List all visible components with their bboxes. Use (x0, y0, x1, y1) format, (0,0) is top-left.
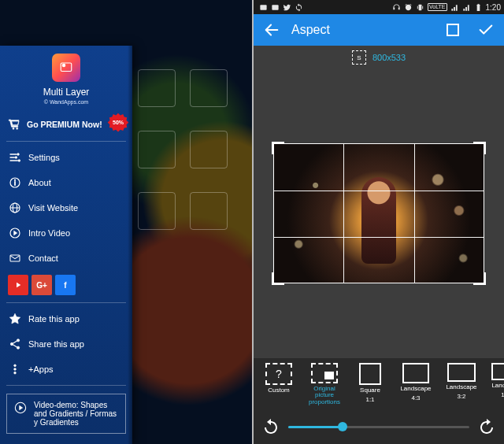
aspect-land169[interactable]: Landscape16:9 (488, 363, 504, 406)
drawer-item-intro-video[interactable]: Intro Video (0, 220, 132, 246)
drawer-item-label: Settings (28, 153, 60, 162)
svg-point-29 (14, 372, 17, 374)
facebook-button[interactable]: f (55, 275, 76, 295)
signal-icon-2 (462, 3, 471, 12)
aspect-box-icon (359, 363, 381, 385)
drawer-item-label: Contact (28, 253, 58, 263)
drawer-item-label: +Apps (28, 364, 54, 374)
svg-marker-20 (14, 231, 17, 235)
aspect-original[interactable]: Original picture proportions (306, 363, 343, 406)
svg-marker-31 (20, 405, 23, 409)
aspect-land43[interactable]: Landscape4:3 (397, 363, 435, 406)
drawer-item-label: Share this app (28, 339, 84, 349)
status-time: 1:20 (486, 3, 501, 12)
svg-point-28 (14, 368, 17, 371)
aspect-label: Landscape (400, 386, 431, 393)
divider (6, 141, 126, 142)
globe-icon (8, 201, 22, 215)
drawer-item-label: Intro Video (28, 228, 70, 238)
info-icon (8, 176, 22, 190)
drawer-item-label: About (28, 178, 51, 187)
twitter-icon (283, 3, 291, 12)
drawer-item-visit-website[interactable]: Visit Website (0, 195, 132, 220)
video-demo-label: Video-demo: Shapes and Gradients / Forma… (34, 401, 119, 427)
share-icon (8, 337, 22, 351)
aspect-square[interactable]: Square1:1 (351, 363, 389, 406)
svg-point-11 (17, 154, 20, 156)
divider (6, 302, 126, 303)
drawer-item-label: Rate this app (28, 314, 80, 324)
aspect-custom[interactable]: ?Custom (260, 363, 298, 406)
alarm-icon (404, 3, 413, 12)
back-button[interactable] (258, 17, 285, 43)
googleplus-button[interactable]: G+ (32, 275, 52, 295)
crop-handle-br[interactable] (473, 272, 486, 285)
more-icon (8, 362, 22, 376)
app-copyright: © WandApps.com (44, 99, 88, 105)
app-bar: Aspect (254, 14, 504, 46)
drawer-item-about[interactable]: About (0, 170, 132, 195)
rotate-ccw-button[interactable] (261, 417, 280, 436)
aspect-box-icon (447, 363, 476, 382)
aspect-sub: 1:1 (365, 396, 374, 403)
crop-handle-tl[interactable] (272, 142, 284, 154)
play-circle-icon (8, 226, 22, 240)
go-premium-button[interactable]: Go PREMIUM Now! 50% (0, 111, 132, 138)
rotate-slider[interactable] (288, 426, 469, 428)
drawer-item-share-this-app[interactable]: Share this app (0, 331, 132, 357)
gallery-icon (259, 3, 268, 12)
svg-point-7 (62, 64, 66, 68)
cart-icon (6, 117, 22, 132)
svg-rect-38 (477, 3, 479, 4)
svg-point-13 (18, 160, 20, 162)
signal-icon (450, 3, 459, 12)
drawer-item--apps[interactable]: +Apps (0, 357, 132, 382)
crop-handle-bl[interactable] (272, 272, 284, 285)
canvas-area[interactable] (254, 69, 504, 358)
status-bar: VoLTE 1:20 (254, 0, 504, 14)
svg-point-12 (15, 157, 17, 159)
aspect-label: Square (360, 387, 380, 394)
dimensions-row: S 800x533 (254, 46, 504, 69)
headphones-icon (392, 3, 401, 12)
drawer-item-contact[interactable]: Contact (0, 246, 132, 271)
aspect-box-icon (402, 363, 429, 383)
drawer-item-settings[interactable]: Settings (0, 145, 132, 170)
svg-point-27 (14, 364, 17, 367)
app-logo-icon (52, 54, 80, 82)
rotate-cw-button[interactable] (477, 417, 496, 436)
drawer-item-rate-this-app[interactable]: Rate this app (0, 306, 132, 331)
crop-handle-tr[interactable] (473, 142, 486, 154)
svg-rect-33 (272, 5, 278, 9)
video-demo-button[interactable]: Video-demo: Shapes and Gradients / Forma… (6, 394, 126, 434)
crop-body: S 800x533 ?CustomOriginal picture propor… (254, 46, 504, 444)
svg-rect-37 (476, 4, 480, 10)
aspect-land32[interactable]: Landscape3:2 (443, 363, 480, 406)
screen-multilayer-drawer: VoLTE 1:19 Multi Layer Multi Layer © Wan… (0, 0, 252, 444)
slider-thumb[interactable] (338, 422, 347, 431)
aspect-label: Landscape (491, 383, 504, 390)
confirm-button[interactable] (472, 17, 499, 43)
crop-photo[interactable] (273, 143, 484, 283)
app-logo-block: Multi Layer © WandApps.com (0, 52, 132, 111)
app-title: Aspect (291, 23, 330, 37)
sync-icon (295, 3, 303, 12)
aspect-label: Original picture proportions (306, 386, 343, 406)
svg-text:50%: 50% (113, 120, 124, 125)
youtube-button[interactable] (8, 275, 28, 295)
volte-badge: VoLTE (428, 3, 447, 11)
drawer-item-label: Visit Website (28, 203, 78, 213)
premium-label: Go PREMIUM Now! (27, 120, 102, 129)
crop-border (273, 143, 484, 283)
rotate-slider-row (254, 411, 504, 444)
battery-icon (474, 3, 483, 12)
svg-rect-21 (10, 255, 20, 261)
mail-icon (8, 251, 22, 265)
svg-rect-34 (419, 4, 422, 9)
vibrate-icon (416, 3, 424, 12)
aspect-options-row[interactable]: ?CustomOriginal picture proportionsSquar… (254, 358, 504, 411)
aspect-sub: 4:3 (411, 394, 420, 401)
crop-box-button[interactable] (439, 17, 466, 43)
selection-icon: S (352, 50, 366, 65)
svg-rect-32 (260, 5, 266, 9)
